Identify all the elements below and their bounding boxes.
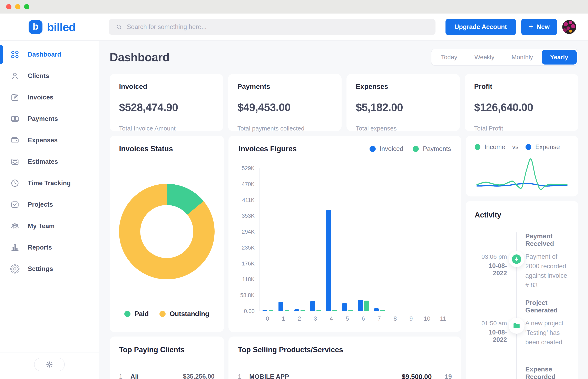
activity-item-title: Project Generated xyxy=(525,299,570,314)
x-axis-tick: 2 xyxy=(291,315,307,322)
y-axis-tick: 294K xyxy=(242,229,255,235)
activity-time: 03:06 pm xyxy=(475,253,507,260)
x-axis-tick: 8 xyxy=(387,315,403,322)
bar-group-8 xyxy=(387,168,403,311)
sidebar-item-my-team[interactable]: My Team xyxy=(0,215,99,237)
legend-label: Payments xyxy=(423,145,451,153)
search-icon xyxy=(116,24,122,30)
brand-name: billed xyxy=(47,20,76,34)
sidebar-item-estimates[interactable]: Estimates xyxy=(0,151,99,172)
product-name: MOBILE APP xyxy=(249,373,289,379)
invoices-status-legend: PaidOutstanding xyxy=(119,310,215,323)
sidebar-item-payments[interactable]: Payments xyxy=(0,108,99,129)
x-axis-tick: 11 xyxy=(435,315,451,322)
activity-time: 01:50 am xyxy=(475,320,507,327)
tab-today[interactable]: Today xyxy=(433,50,466,64)
brand-logo-icon: b xyxy=(29,20,43,34)
legend-dot xyxy=(475,144,480,150)
user-avatar[interactable] xyxy=(562,20,576,34)
activity-item-description: Payment of 2000 recorded against invoice… xyxy=(525,252,570,290)
gear-icon xyxy=(10,264,20,274)
minimize-window-icon[interactable] xyxy=(15,4,20,9)
new-button-label: New xyxy=(537,23,550,31)
bar-group-1 xyxy=(276,168,292,311)
invoices-status-title: Invoices Status xyxy=(119,144,215,153)
legend-item-expense: Expense xyxy=(526,143,560,151)
team-icon xyxy=(10,221,20,231)
stat-value: $126,640.00 xyxy=(474,101,569,113)
sidebar-item-projects[interactable]: Projects xyxy=(0,194,99,215)
activity-item: 01:50 am10-08-2022Project GeneratedA new… xyxy=(475,299,570,359)
bar-group-3 xyxy=(308,168,324,311)
search-input[interactable] xyxy=(127,23,429,31)
close-window-icon[interactable] xyxy=(6,4,11,9)
bar-group-4 xyxy=(324,168,340,311)
product-count: 19 xyxy=(445,373,452,379)
payments-bar xyxy=(332,310,337,311)
x-axis-tick: 6 xyxy=(355,315,371,322)
tab-yearly[interactable]: Yearly xyxy=(542,50,577,64)
sidebar-item-settings[interactable]: Settings xyxy=(0,258,99,280)
zoom-window-icon[interactable] xyxy=(24,4,30,9)
check-square-icon xyxy=(10,200,20,209)
invoiced-bar xyxy=(342,303,347,311)
activity-item: 03:06 pm10-08-2022Payment ReceivedPaymen… xyxy=(475,232,570,293)
product-row[interactable]: 1MOBILE APP$9,500.0019 xyxy=(238,373,452,379)
new-button[interactable]: + New xyxy=(521,19,557,35)
sidebar-item-label: Expenses xyxy=(28,137,58,144)
theme-toggle[interactable] xyxy=(34,358,65,371)
y-axis-tick: 353K xyxy=(242,213,255,219)
y-axis-tick: 176K xyxy=(242,260,255,267)
legend-dot xyxy=(370,146,376,152)
sidebar-item-clients[interactable]: Clients xyxy=(0,65,99,87)
y-axis-tick: 529K xyxy=(242,165,255,172)
tab-weekly[interactable]: Weekly xyxy=(466,50,503,64)
stat-value: $5,182.00 xyxy=(356,101,451,113)
wallet-icon xyxy=(10,136,20,145)
sidebar-item-dashboard[interactable]: Dashboard xyxy=(0,44,99,65)
bar-chart-icon xyxy=(10,243,20,252)
sidebar-item-time-tracking[interactable]: Time Tracking xyxy=(0,172,99,194)
invoices-status-donut-chart xyxy=(119,184,215,279)
inbox-icon xyxy=(10,157,20,166)
client-row[interactable]: 1Ali$35,256.00 xyxy=(119,373,215,379)
window-titlebar xyxy=(0,0,588,14)
invoiced-bar xyxy=(310,301,315,311)
upgrade-account-button[interactable]: Upgrade Account xyxy=(446,19,516,35)
sidebar-item-reports[interactable]: Reports xyxy=(0,237,99,258)
date-range-tabs: TodayWeeklyMonthlyYearly xyxy=(431,48,578,66)
plus-icon: + xyxy=(529,22,533,32)
invoices-figures-card: Invoices Figures InvoicedPayments 529K47… xyxy=(229,136,461,332)
bar-group-11 xyxy=(435,168,451,311)
stat-card-invoiced: Invoiced$528,474.90Total Invoice Amount xyxy=(110,74,223,131)
y-axis-tick: 235K xyxy=(242,244,255,251)
tab-monthly[interactable]: Monthly xyxy=(503,50,542,64)
sidebar-item-label: My Team xyxy=(28,222,55,230)
search-bar[interactable] xyxy=(109,19,435,35)
sidebar-item-label: Reports xyxy=(28,244,52,251)
sidebar-item-invoices[interactable]: Invoices xyxy=(0,87,99,108)
stat-caption: Total Invoice Amount xyxy=(119,125,214,132)
sidebar-item-label: Clients xyxy=(28,72,49,80)
sidebar-item-expenses[interactable]: Expenses xyxy=(0,129,99,151)
stat-title: Profit xyxy=(474,82,569,91)
legend-dot xyxy=(413,146,419,152)
stat-title: Expenses xyxy=(356,82,451,91)
legend-item-outstanding: Outstanding xyxy=(159,310,209,318)
bar-group-2 xyxy=(292,168,308,311)
activity-title: Activity xyxy=(475,211,570,219)
payments-bar xyxy=(316,310,321,311)
bar-group-7 xyxy=(371,168,387,311)
stat-caption: Total expenses xyxy=(356,125,451,132)
x-axis-tick: 9 xyxy=(403,315,419,322)
activity-timestamp: 03:06 pm10-08-2022 xyxy=(475,253,507,277)
invoiced-bar xyxy=(374,308,379,311)
stat-value: $528,474.90 xyxy=(119,101,214,113)
legend-item-payments: Payments xyxy=(413,145,451,153)
header-actions: Upgrade Account + New xyxy=(446,19,576,35)
invoiced-bar xyxy=(326,210,331,311)
main-content: Dashboard TodayWeeklyMonthlyYearly Invoi… xyxy=(99,41,588,379)
legend-label: Income xyxy=(484,143,505,151)
top-paying-clients-title: Top Paying Clients xyxy=(119,346,215,354)
activity-date: 10-08-2022 xyxy=(475,262,507,277)
